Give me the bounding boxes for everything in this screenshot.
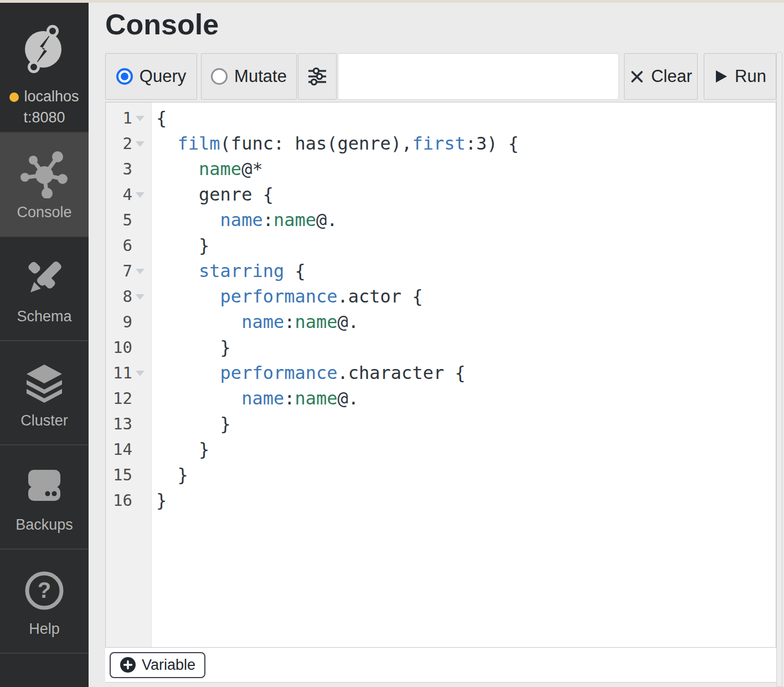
question-icon: ? (20, 565, 69, 616)
run-button[interactable]: Run (704, 53, 776, 100)
fold-placeholder (132, 416, 149, 432)
line-number: 3 (106, 160, 132, 178)
line-gutter: 10 (106, 338, 151, 357)
code-line[interactable]: 7 starring { (106, 258, 776, 284)
sidebar-item-backups[interactable]: Backups (0, 444, 89, 548)
code-line[interactable]: 16} (106, 488, 776, 513)
code-text: { (151, 107, 167, 129)
clear-x-icon (630, 69, 644, 84)
fold-placeholder (132, 339, 149, 356)
code-text: name@* (151, 158, 263, 180)
sidebar-item-label: Backups (16, 516, 73, 534)
sidebar-server-section[interactable]: localhos t:8080 (0, 3, 89, 132)
pencils-icon (20, 253, 69, 304)
fold-arrow-icon[interactable] (132, 263, 149, 279)
graph-icon (20, 148, 69, 199)
plus-circle-icon (120, 657, 136, 673)
query-options-button[interactable] (298, 53, 337, 100)
code-line[interactable]: 13 } (106, 411, 776, 437)
code-line[interactable]: 8 performance.actor { (106, 284, 776, 309)
line-gutter: 2 (106, 134, 151, 153)
sidebar-item-help[interactable]: ? Help (0, 548, 89, 653)
line-gutter: 4 (106, 185, 151, 204)
fold-placeholder (132, 212, 149, 228)
line-gutter: 1 (106, 109, 151, 127)
code-line[interactable]: 14 } (106, 437, 776, 462)
line-gutter: 15 (106, 465, 151, 484)
editor-toolbar: Query Mutate (105, 53, 776, 100)
code-text: name:name@. (151, 388, 359, 409)
fold-arrow-icon[interactable] (132, 186, 149, 203)
query-code-editor[interactable]: 1{2 film(func: has(genre),first:3) {3 na… (105, 102, 776, 648)
fold-placeholder (132, 314, 149, 330)
code-text: } (151, 464, 188, 485)
line-number: 14 (106, 440, 132, 459)
clear-button[interactable]: Clear (624, 53, 698, 100)
sidebar: localhos t:8080 (0, 3, 89, 687)
code-text: } (151, 490, 167, 511)
fold-arrow-icon[interactable] (132, 110, 149, 126)
code-line[interactable]: 2 film(func: has(genre),first:3) { (106, 131, 776, 156)
svg-text:?: ? (38, 578, 51, 602)
code-line[interactable]: 1{ (106, 105, 776, 131)
page-title: Console (105, 6, 776, 43)
code-line[interactable]: 3 name@* (106, 156, 776, 182)
sidebar-item-console[interactable]: Console (0, 132, 89, 236)
line-gutter: 7 (106, 262, 151, 280)
code-line[interactable]: 11 performance.character { (106, 360, 776, 386)
line-number: 2 (106, 134, 132, 153)
code-text: } (151, 413, 231, 434)
line-gutter: 12 (106, 389, 151, 408)
line-number: 5 (106, 211, 132, 229)
sidebar-item-label: Schema (17, 308, 71, 325)
run-button-label: Run (735, 66, 766, 86)
code-line[interactable]: 15 } (106, 462, 776, 488)
play-icon (714, 69, 728, 84)
code-text: starring { (151, 260, 306, 281)
radio-selected-icon (116, 68, 133, 85)
add-variable-button[interactable]: Variable (110, 652, 205, 678)
line-number: 11 (106, 363, 132, 382)
sidebar-item-cluster[interactable]: Cluster (0, 340, 89, 444)
code-line[interactable]: 12 name:name@. (106, 386, 776, 411)
line-number: 7 (106, 262, 132, 280)
line-number: 15 (106, 465, 132, 484)
server-address: localhos t:8080 (9, 86, 79, 128)
line-number: 9 (106, 312, 132, 331)
mutate-mode-label: Mutate (234, 66, 287, 86)
sidebar-item-schema[interactable]: Schema (0, 236, 89, 340)
line-gutter: 13 (106, 414, 151, 433)
fold-arrow-icon[interactable] (132, 288, 149, 305)
code-text: film(func: has(genre),first:3) { (151, 133, 519, 154)
code-line[interactable]: 6 } (106, 233, 776, 258)
query-input-panel[interactable] (338, 53, 619, 100)
server-icon (20, 461, 69, 512)
query-mode-radio[interactable]: Query (105, 53, 197, 100)
line-gutter: 8 (106, 287, 151, 306)
radio-unselected-icon (211, 68, 228, 85)
fold-placeholder (132, 161, 149, 177)
line-gutter: 3 (106, 160, 151, 178)
fold-arrow-icon[interactable] (132, 365, 149, 381)
sidebar-item-label: Console (17, 204, 71, 221)
main-panel: Console Query Mutate (89, 3, 784, 687)
code-line[interactable]: 4 genre { (106, 182, 776, 207)
line-number: 16 (106, 491, 132, 510)
code-line[interactable]: 5 name:name@. (106, 207, 776, 233)
line-number: 13 (106, 414, 132, 433)
editor-footer: Variable (105, 648, 776, 683)
add-variable-label: Variable (142, 657, 195, 674)
line-gutter: 9 (106, 312, 151, 331)
fold-arrow-icon[interactable] (132, 135, 149, 152)
connection-status-icon (9, 93, 19, 102)
mutate-mode-radio[interactable]: Mutate (201, 53, 297, 100)
scrollbar[interactable] (776, 52, 782, 687)
code-line[interactable]: 9 name:name@. (106, 309, 776, 335)
line-gutter: 5 (106, 211, 151, 229)
code-lines: 1{2 film(func: has(genre),first:3) {3 na… (106, 102, 776, 513)
code-line[interactable]: 10 } (106, 335, 776, 360)
line-number: 1 (106, 109, 132, 127)
layers-icon (20, 357, 69, 408)
line-gutter: 16 (106, 491, 151, 510)
line-number: 4 (106, 185, 132, 204)
